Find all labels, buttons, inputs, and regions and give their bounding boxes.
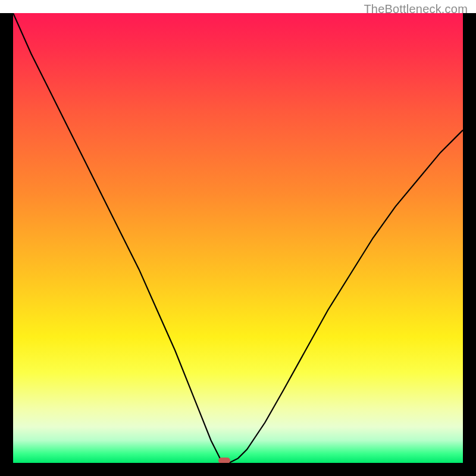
optimum-marker [218, 458, 230, 463]
watermark-label: TheBottleneck.com [364, 2, 468, 16]
plot-area [13, 13, 463, 463]
chart-frame [0, 13, 476, 476]
curve-path [13, 13, 463, 463]
bottleneck-curve [13, 13, 463, 463]
